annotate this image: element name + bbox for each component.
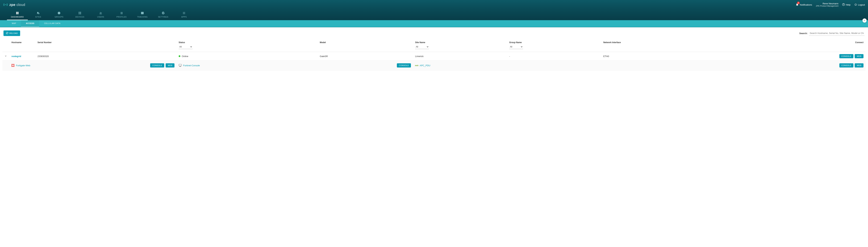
status-filter[interactable]: All [179,45,192,49]
child-console-button[interactable]: CONSOLE [397,63,411,67]
nav-label: PROFILES [117,16,127,18]
collapse-nav-button[interactable] [863,19,867,23]
child-device-name[interactable]: Fortinet-Console [183,64,200,67]
image-icon [141,11,144,15]
svg-rect-9 [79,12,80,13]
svg-rect-19 [121,14,121,14]
dashboard-icon [16,11,19,15]
search-wrap: Search: [799,31,865,36]
reload-button[interactable]: RELOAD [3,30,20,36]
svg-point-27 [185,13,185,13]
logout-label: Logout [858,3,865,6]
svg-rect-39 [179,64,182,66]
col-site[interactable]: Site Name All [413,39,507,52]
svg-point-22 [183,12,184,12]
logout-link[interactable]: Logout [854,3,865,6]
header-top: zpe cloud 1 Notifications Rene Neumann Z… [0,0,868,9]
fortigate-icon [11,64,14,67]
svg-rect-6 [18,13,19,14]
svg-rect-18 [121,13,123,13]
group-cell: - [507,52,601,60]
nav-profiles[interactable]: PROFILES [111,9,132,20]
nav-settings[interactable]: SETTINGS [153,9,174,20]
col-connect[interactable]: Connect [714,39,866,52]
col-hostname[interactable]: Hostname [9,39,35,52]
notifications-label: Notifications [800,3,812,6]
child-web-button[interactable]: WEB [855,63,864,67]
web-button[interactable]: WEB [855,54,864,58]
search-input[interactable] [809,31,865,36]
help-link[interactable]: Help [842,3,850,6]
status-text: Online [182,55,188,58]
nav-groups[interactable]: GROUPS [49,9,69,20]
logo-icon [3,2,8,7]
col-status[interactable]: Status All [177,39,318,52]
col-group[interactable]: Group Name All [507,39,601,52]
svg-point-26 [184,13,184,13]
svg-rect-38 [13,66,14,67]
nav-label: DASHBOARD [11,16,24,18]
devices-table: Hostname Serial Number Status All Model … [2,39,866,71]
svg-point-14 [101,12,102,13]
groups-icon [58,11,61,15]
child-device: Fortigate-Web [11,64,144,67]
subnav-cellular-data[interactable]: CELLULAR DATA [39,20,65,27]
toolbar: RELOAD Search: [0,27,868,39]
netif-cell: ETH0 [601,52,714,60]
hostname-link[interactable]: nodegrid [11,55,21,58]
nav-apps[interactable]: APPS [174,9,194,20]
nav-tracking[interactable]: TRACKING [132,9,153,20]
user-block[interactable]: Rene Neumann ZPE Product Management [816,2,838,7]
svg-point-28 [183,13,184,14]
search-label: Search: [799,32,808,35]
svg-rect-31 [11,64,12,65]
row-expander[interactable] [2,52,9,60]
subnav-access[interactable]: ACCESS [21,20,39,27]
sub-nav: MAP ACCESS CELLULAR DATA [0,20,868,27]
svg-point-25 [183,13,184,13]
status-dot-online [179,55,180,57]
help-label: Help [846,3,850,6]
child-device-name[interactable]: Fortigate-Web [16,64,30,67]
nav-sites[interactable]: SITES [28,9,49,20]
chevron-down-icon [4,55,7,58]
table-row: nodegrid 233830320 Online GateSR Limeric… [2,52,866,60]
logo-text: zpe cloud [9,3,25,7]
users-icon [99,11,102,15]
col-serial[interactable]: Serial Number [35,39,177,52]
site-filter[interactable]: All [415,45,429,49]
child-console-button[interactable]: CONSOLE [839,63,854,67]
notifications[interactable]: 1 Notifications [796,3,812,7]
svg-rect-40 [180,66,181,66]
table-zone: Hostname Serial Number Status All Model … [0,39,868,73]
building-icon [37,11,40,15]
group-filter[interactable]: All [509,45,523,49]
svg-rect-10 [80,12,81,13]
nav-dashboard[interactable]: DASHBOARD [7,9,28,20]
console-button[interactable]: CONSOLE [839,54,854,58]
child-device-name[interactable]: APC_PDU [420,64,430,67]
svg-rect-34 [11,65,12,66]
nav-label: APPS [181,16,187,18]
subnav-map[interactable]: MAP [7,20,21,27]
user-name: Rene Neumann [823,2,838,5]
brand-logo[interactable]: zpe cloud [3,2,25,7]
svg-rect-37 [12,66,13,67]
svg-point-24 [185,12,185,12]
child-web-button[interactable]: WEB [166,63,175,67]
nav-label: SITES [35,16,41,18]
power-icon [854,3,857,6]
svg-point-0 [5,4,6,5]
svg-rect-3 [16,12,17,13]
svg-rect-12 [80,13,81,14]
reload-label: RELOAD [9,32,18,34]
child-console-button[interactable]: CONSOLE [150,63,164,67]
model-cell: GateSR [318,52,413,60]
table-header-row: Hostname Serial Number Status All Model … [2,39,866,52]
nav-devices[interactable]: DEVICES [69,9,90,20]
col-model[interactable]: Model [318,39,413,52]
col-netif[interactable]: Network Interface [601,39,714,52]
svg-rect-4 [18,12,19,13]
svg-rect-16 [121,12,123,12]
nav-users[interactable]: USERS [90,9,111,20]
